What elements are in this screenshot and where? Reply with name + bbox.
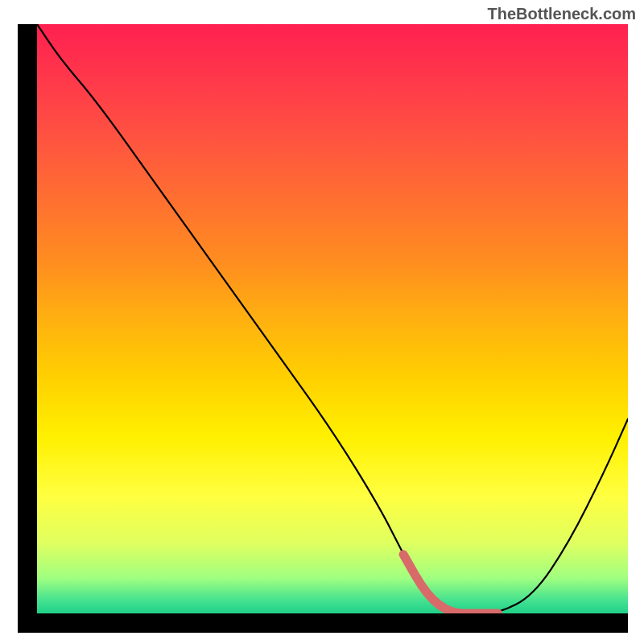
highlight-segment: [403, 555, 497, 613]
chart-container: TheBottleneck.com: [0, 0, 644, 644]
bottleneck-curve-line: [37, 24, 628, 613]
plot-area: [37, 24, 628, 613]
watermark-text: TheBottleneck.com: [488, 5, 636, 23]
curve-svg: [37, 24, 628, 613]
chart-frame: [18, 24, 628, 633]
